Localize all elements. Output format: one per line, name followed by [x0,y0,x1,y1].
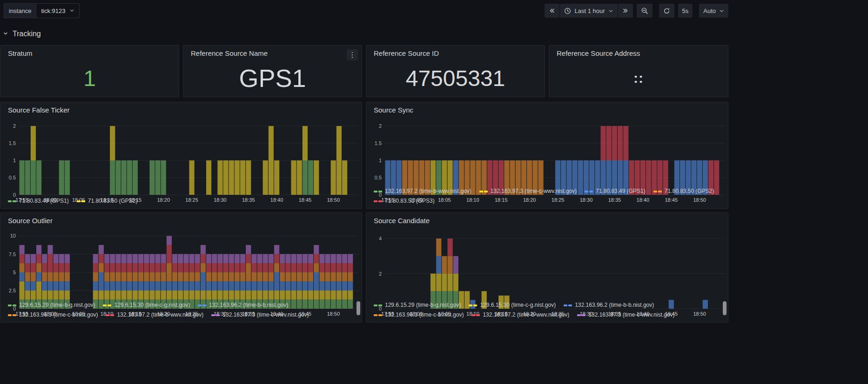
zoom-out-button[interactable] [637,4,653,18]
panel-title: Source Candidate [374,217,430,227]
legend-item[interactable]: 71.80.83.50 (GPS2) [653,187,714,195]
svg-text:2: 2 [379,271,382,277]
legend-item[interactable]: 71.80.83.51 (GPS3) [374,197,435,205]
panel-source-false-ticker: Source False Ticker 00.511.5217:5518:001… [0,102,362,209]
template-variable-instance: instance tick:9123 [4,3,80,18]
svg-text:10: 10 [10,233,16,238]
legend-series-label: 132.163.96.2 (time-b-b.nist.gov) [209,301,288,309]
chevron-down-icon [69,7,74,14]
legend-series-label: 71.80.83.49 (GPS1) [19,197,69,205]
toolbar: instance tick:9123 Last 1 hour [0,0,728,21]
variable-label: instance [4,3,36,18]
series-color-marker [211,314,220,316]
stat-value-reference-source-address: :: [549,60,728,97]
double-chevron-right-icon [622,7,629,14]
legend-series-label: 132.163.96.2 (time-b-b.nist.gov) [575,301,654,309]
series-color-marker [374,305,382,306]
series-color-marker [8,314,16,316]
series-color-marker [653,191,662,192]
refresh-interval-label: 5s [682,7,689,14]
svg-text:0.5: 0.5 [375,175,382,180]
legend-item[interactable]: 132.163.96.3 (time-c-b.nist.gov) [8,311,98,319]
time-shift-forward-button[interactable] [618,4,633,18]
panel-title: Stratum [8,49,33,60]
series-color-marker [577,314,585,316]
chart-source-sync[interactable]: 00.511.5217:5518:0018:0518:1018:1518:201… [366,116,728,186]
svg-text:0.5: 0.5 [9,175,16,180]
stat-value-reference-source-name: GPS1 [183,60,362,97]
legend-series-label: 132.163.97.3 (time-c-wwv.nist.gov) [222,311,309,319]
legend-item[interactable]: 132.163.96.2 (time-b-b.nist.gov) [198,301,288,309]
legend-series-label: 129.6.15.29 (time-b-g.nist.gov) [19,301,95,309]
legend-scrollbar[interactable] [357,301,360,315]
legend-item[interactable]: 132.163.97.2 (time-b-wwv.nist.gov) [471,311,569,319]
series-color-marker [374,191,382,192]
stat-value-reference-source-id: 47505331 [366,60,545,97]
chart-legend: 129.6.15.29 (time-b-g.nist.gov)129.6.15.… [0,300,362,322]
legend-series-label: 71.80.83.49 (GPS1) [596,187,646,195]
series-color-marker [8,305,16,306]
legend-series-label: 71.80.83.50 (GPS2) [88,197,138,205]
legend-series-label: 132.163.97.2 (time-b-wwv.nist.gov) [117,311,203,319]
legend-item[interactable]: 129.6.15.30 (time-c-g.nist.gov) [103,301,190,309]
legend-item[interactable]: 132.163.97.3 (time-c-wwv.nist.gov) [479,187,577,195]
chevron-down-icon [608,8,613,13]
series-color-marker [564,305,572,306]
time-controls: Last 1 hour [545,4,728,18]
legend-series-label: 71.80.83.50 (GPS2) [665,187,714,195]
panel-title: Source Sync [374,106,413,116]
series-color-marker [374,200,382,202]
legend-series-label: 132.163.97.2 (time-b-wwv.nist.gov) [483,311,569,319]
legend-series-label: 71.80.83.51 (GPS3) [385,197,435,205]
svg-text:5: 5 [13,270,16,275]
legend-series-label: 129.6.15.30 (time-c-g.nist.gov) [114,301,190,309]
panel-title: Reference Source Name [191,49,268,60]
legend-series-label: 132.163.97.2 (time-b-wwv.nist.gov) [385,187,471,195]
legend-item[interactable]: 132.163.97.2 (time-b-wwv.nist.gov) [106,311,203,319]
row-title: Tracking [13,30,41,38]
row-header-tracking[interactable]: Tracking [3,27,41,41]
refresh-interval-button[interactable]: 5s [678,4,693,18]
clock-icon [564,7,571,14]
legend-series-label: 129.6.15.29 (time-b-g.nist.gov) [385,301,461,309]
series-color-marker [479,191,488,192]
legend-item[interactable]: 129.6.15.29 (time-b-g.nist.gov) [8,301,95,309]
legend-item[interactable]: 132.163.96.3 (time-c-b.nist.gov) [374,311,464,319]
chevron-down-icon [719,8,724,13]
legend-item[interactable]: 132.163.97.3 (time-c-wwv.nist.gov) [211,311,309,319]
double-chevron-left-icon [549,7,555,14]
panel-title: Reference Source ID [374,49,439,60]
series-color-marker [198,305,206,306]
svg-text:2.5: 2.5 [9,288,16,293]
legend-series-label: 132.163.96.3 (time-c-b.nist.gov) [19,311,98,319]
auto-dropdown[interactable]: Auto [699,4,728,18]
chart-legend: 71.80.83.49 (GPS1)71.80.83.50 (GPS2) [0,196,362,208]
panel-title: Source Outlier [8,217,53,227]
refresh-icon [663,7,670,14]
variable-value-dropdown[interactable]: tick:9123 [36,3,80,18]
legend-item[interactable]: 71.80.83.49 (GPS1) [8,197,69,205]
panel-menu-icon[interactable]: ⋮ [347,49,358,60]
time-range-picker[interactable]: Last 1 hour [560,4,617,18]
panel-source-candidate: Source Candidate 02417:5518:0018:0518:10… [366,212,728,323]
svg-text:1.5: 1.5 [375,140,382,146]
legend-item[interactable]: 132.163.96.2 (time-b-b.nist.gov) [564,301,654,309]
legend-scrollbar[interactable] [723,301,727,315]
series-color-marker [585,191,593,192]
panel-reference-source-id: Reference Source ID 47505331 [366,45,545,97]
zoom-out-icon [641,7,648,14]
legend-item[interactable]: 71.80.83.49 (GPS1) [585,187,646,195]
legend-item[interactable]: 132.163.97.2 (time-b-wwv.nist.gov) [374,187,471,195]
legend-item[interactable]: 132.163.97.3 (time-c-wwv.nist.gov) [577,311,674,319]
refresh-button[interactable] [659,4,674,18]
chart-source-candidate[interactable]: 02417:5518:0018:0518:1018:1518:2018:2518… [366,227,728,300]
series-color-marker [103,305,111,306]
legend-item[interactable]: 129.6.15.30 (time-c-g.nist.gov) [469,301,556,309]
panel-title: Source False Ticker [8,106,70,116]
time-shift-back-button[interactable] [545,4,559,18]
legend-item[interactable]: 129.6.15.29 (time-b-g.nist.gov) [374,301,461,309]
legend-item[interactable]: 71.80.83.50 (GPS2) [77,197,138,205]
panel-reference-source-address: Reference Source Address :: [549,45,728,97]
chart-source-false-ticker[interactable]: 00.511.5217:5518:0018:0518:1018:1518:201… [0,116,362,196]
chart-source-outlier[interactable]: 02.557.51017:5518:0018:0518:1018:1518:20… [0,227,362,300]
